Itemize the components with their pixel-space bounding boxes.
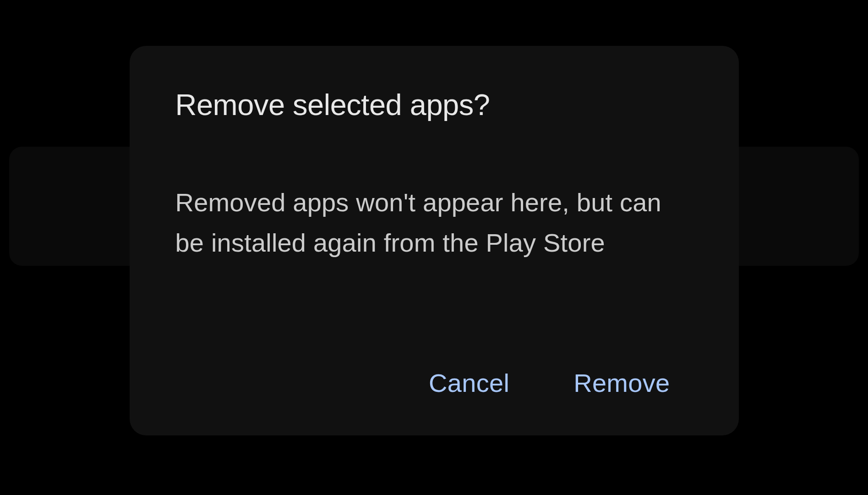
dialog-title: Remove selected apps?	[175, 87, 693, 123]
dialog-backdrop: Remove selected apps? Removed apps won't…	[0, 0, 868, 495]
confirmation-dialog: Remove selected apps? Removed apps won't…	[130, 46, 739, 435]
dialog-message: Removed apps won't appear here, but can …	[175, 182, 693, 344]
remove-button[interactable]: Remove	[564, 363, 679, 403]
dialog-actions: Cancel Remove	[175, 363, 693, 403]
cancel-button[interactable]: Cancel	[420, 363, 519, 403]
